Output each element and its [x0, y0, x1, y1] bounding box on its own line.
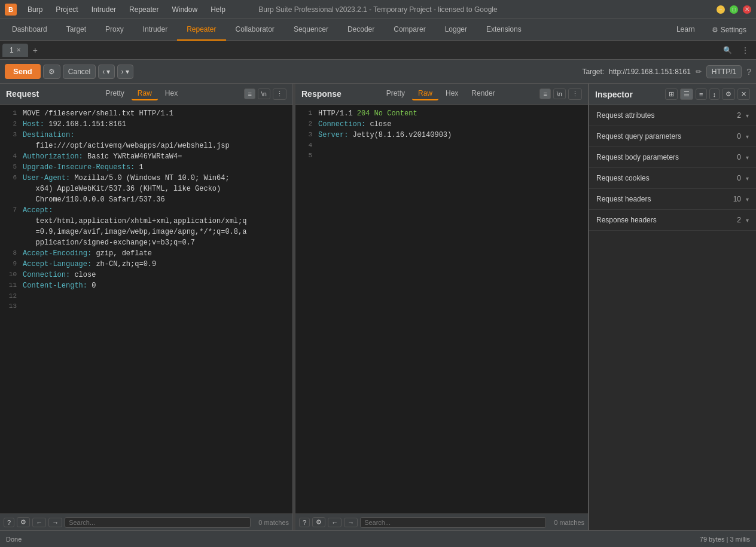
- response-settings-icon[interactable]: ⚙: [312, 517, 325, 527]
- main-content: Request Pretty Raw Hex ≡ \n ⋮ 1 MOVE /fi…: [0, 84, 756, 530]
- minimize-button[interactable]: −: [717, 5, 725, 14]
- response-tab-pretty[interactable]: Pretty: [380, 87, 411, 100]
- request-search-input[interactable]: [65, 517, 251, 528]
- tab-sequencer[interactable]: Sequencer: [284, 19, 338, 41]
- request-tab-hex[interactable]: Hex: [159, 87, 184, 100]
- settings-button[interactable]: ⚙ Settings: [705, 23, 754, 36]
- add-tab-button[interactable]: +: [28, 43, 42, 57]
- help-icon[interactable]: ?: [746, 67, 751, 77]
- menu-burp[interactable]: Burp: [22, 3, 48, 16]
- response-tab-render[interactable]: Render: [465, 87, 501, 100]
- response-tab-raw[interactable]: Raw: [412, 87, 438, 100]
- code-line: 1 HTTP/1.1 204 No Content: [295, 108, 588, 119]
- cancel-button[interactable]: Cancel: [63, 65, 96, 79]
- inspector-view-grid[interactable]: ⊞: [665, 88, 678, 100]
- response-view-pretty-icon[interactable]: ≡: [539, 88, 550, 99]
- tab-dashboard[interactable]: Dashboard: [2, 19, 57, 41]
- tab-decoder[interactable]: Decoder: [338, 19, 384, 41]
- repeater-tab-bar: 1 ✕ + 🔍 ⋮: [0, 41, 756, 60]
- inspector-request-cookies[interactable]: Request cookies 0 ▾: [589, 168, 756, 189]
- tab-repeater[interactable]: Repeater: [177, 19, 225, 41]
- request-panel: Request Pretty Raw Hex ≡ \n ⋮ 1 MOVE /fi…: [0, 84, 293, 530]
- code-line: 7 Accept: text/html,application/xhtml+xm…: [0, 205, 292, 248]
- inspector-view-list[interactable]: ☰: [680, 88, 693, 100]
- edit-target-icon[interactable]: ✏: [696, 68, 702, 76]
- response-panel-controls: ≡ \n ⋮: [539, 88, 582, 100]
- request-tab-raw[interactable]: Raw: [132, 87, 158, 100]
- inspector-controls: ⊞ ☰ ≡ ↕ ⚙ ✕: [665, 88, 750, 100]
- tab-target[interactable]: Target: [57, 19, 96, 41]
- status-text: Done: [6, 536, 22, 543]
- close-button[interactable]: ✕: [743, 5, 751, 14]
- menu-window[interactable]: Window: [166, 3, 203, 16]
- response-panel-header: Response Pretty Raw Hex Render ≡ \n ⋮: [295, 84, 588, 105]
- response-view-ln[interactable]: \n: [553, 88, 566, 99]
- status-right-text: 79 bytes | 3 millis: [700, 536, 750, 543]
- inspector-response-headers[interactable]: Response headers 2 ▾: [589, 210, 756, 231]
- menu-repeater[interactable]: Repeater: [123, 3, 164, 16]
- target-info: Target: http://192.168.1.151:8161 ✏ HTTP…: [582, 65, 751, 78]
- response-tab-hex[interactable]: Hex: [440, 87, 464, 100]
- tab-intruder[interactable]: Intruder: [133, 19, 177, 41]
- request-view-ln[interactable]: \n: [258, 88, 270, 99]
- request-more-options[interactable]: ⋮: [273, 88, 286, 100]
- tab-overflow-button[interactable]: ⋮: [737, 44, 754, 57]
- chevron-down-icon: ▾: [746, 196, 749, 203]
- tab-extensions[interactable]: Extensions: [477, 19, 531, 41]
- nav-forward-button[interactable]: › ▾: [117, 65, 133, 79]
- http-version-badge[interactable]: HTTP/1: [706, 65, 742, 78]
- window-controls: − □ ✕: [717, 5, 751, 14]
- send-button[interactable]: Send: [5, 64, 41, 79]
- response-search-input[interactable]: [360, 517, 546, 528]
- request-next-match[interactable]: →: [48, 518, 62, 527]
- request-help-icon[interactable]: ?: [4, 518, 14, 527]
- tab-search-button[interactable]: 🔍: [718, 44, 737, 57]
- menu-help[interactable]: Help: [205, 3, 231, 16]
- inspector-panel: Inspector ⊞ ☰ ≡ ↕ ⚙ ✕ Request attributes…: [589, 84, 756, 530]
- tab-comparer[interactable]: Comparer: [384, 19, 435, 41]
- response-help-icon[interactable]: ?: [299, 518, 310, 527]
- request-code-area[interactable]: 1 MOVE /fileserver/shell.txt HTTP/1.1 2 …: [0, 105, 292, 514]
- tab-close-icon[interactable]: ✕: [16, 47, 21, 53]
- settings-icon-button[interactable]: ⚙: [43, 65, 60, 79]
- inspector-request-headers[interactable]: Request headers 10 ▾: [589, 189, 756, 210]
- menu-intruder[interactable]: Intruder: [86, 3, 122, 16]
- nav-back-button[interactable]: ‹ ▾: [98, 65, 114, 79]
- request-tab-pretty[interactable]: Pretty: [99, 87, 130, 100]
- tab-collaborator[interactable]: Collaborator: [226, 19, 284, 41]
- title-bar: B Burp Project Intruder Repeater Window …: [0, 0, 756, 19]
- response-tabs: Pretty Raw Hex Render: [380, 87, 501, 100]
- inspector-sort-icon[interactable]: ↕: [709, 88, 720, 100]
- request-view-pretty-icon[interactable]: ≡: [244, 88, 255, 99]
- code-line: 6 User-Agent: Mozilla/5.0 (Windows NT 10…: [0, 173, 292, 205]
- inspector-request-body-params[interactable]: Request body parameters 0 ▾: [589, 147, 756, 168]
- response-prev-match[interactable]: ←: [328, 518, 342, 527]
- menu-project[interactable]: Project: [50, 3, 84, 16]
- request-matches-count: 0 matches: [253, 519, 289, 526]
- request-panel-header: Request Pretty Raw Hex ≡ \n ⋮: [0, 84, 292, 105]
- inspector-request-query-params[interactable]: Request query parameters 0 ▾: [589, 126, 756, 147]
- maximize-button[interactable]: □: [730, 5, 738, 14]
- inspector-request-attributes[interactable]: Request attributes 2 ▾: [589, 105, 756, 126]
- toolbar: Send ⚙ Cancel ‹ ▾ › ▾ Target: http://192…: [0, 60, 756, 84]
- code-line: 12: [0, 291, 292, 301]
- response-more-options[interactable]: ⋮: [568, 88, 582, 100]
- response-next-match[interactable]: →: [344, 518, 358, 527]
- gear-icon: ⚙: [712, 26, 718, 34]
- code-line: 9 Accept-Language: zh-CN,zh;q=0.9: [0, 259, 292, 270]
- inspector-settings-icon[interactable]: ⚙: [722, 88, 735, 100]
- inspector-body: Request attributes 2 ▾ Request query par…: [589, 105, 756, 530]
- request-tab-1[interactable]: 1 ✕: [2, 44, 28, 57]
- code-line: 5: [295, 151, 588, 161]
- request-prev-match[interactable]: ←: [32, 518, 46, 527]
- tab-proxy[interactable]: Proxy: [96, 19, 133, 41]
- inspector-align-icon[interactable]: ≡: [696, 88, 706, 100]
- tab-logger[interactable]: Logger: [435, 19, 477, 41]
- inspector-close-button[interactable]: ✕: [737, 88, 750, 100]
- request-settings-icon[interactable]: ⚙: [17, 517, 30, 527]
- nav-bar: Dashboard Target Proxy Intruder Repeater…: [0, 19, 756, 41]
- window-title: Burp Suite Professional v2023.2.1 - Temp…: [258, 5, 497, 14]
- response-code-area[interactable]: 1 HTTP/1.1 204 No Content 2 Connection: …: [295, 105, 588, 514]
- tab-learn[interactable]: Learn: [667, 19, 705, 41]
- tab-label: 1: [10, 46, 14, 54]
